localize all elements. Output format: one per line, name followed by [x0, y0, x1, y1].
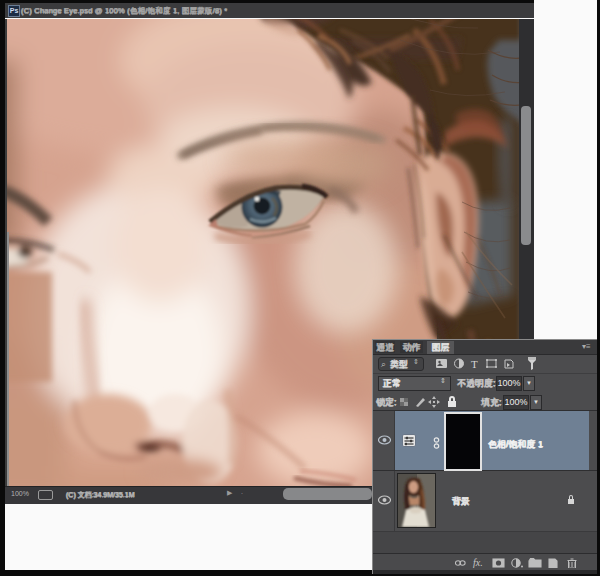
svg-text:T: T [471, 358, 478, 370]
svg-text:fx.: fx. [473, 557, 483, 568]
